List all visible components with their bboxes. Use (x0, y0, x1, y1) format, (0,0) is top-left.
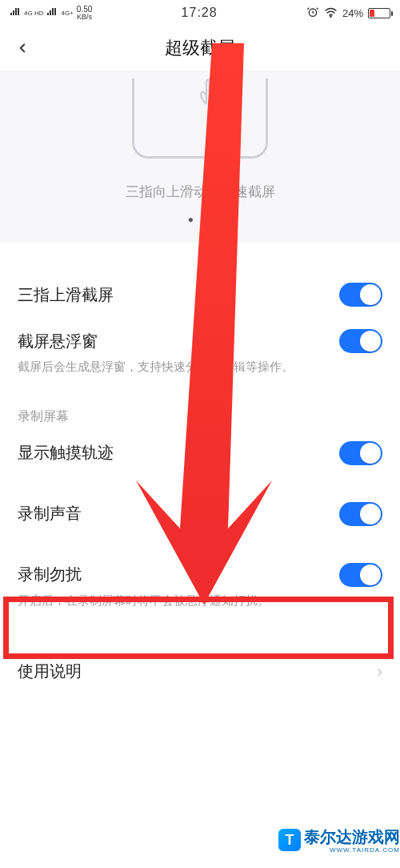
setting-usage-instructions[interactable]: 使用说明 › (0, 649, 400, 693)
setting-label: 三指上滑截屏 (18, 284, 114, 306)
network-label-1: 4G HD (24, 10, 43, 17)
chevron-left-icon (15, 41, 30, 55)
battery-percent: 24% (342, 7, 363, 19)
watermark-text: 泰尔达游戏网 (304, 826, 400, 848)
toggle-do-not-disturb[interactable] (339, 563, 382, 587)
status-bar: 4G HD 4G+ 0.50 KB/s 17:28 24% (0, 0, 400, 26)
setting-three-finger-swipe[interactable]: 三指上滑截屏 (0, 271, 400, 318)
fingers-illustration (195, 72, 235, 111)
setting-description: 截屏后会生成悬浮窗，支持快速分享、编辑等操作。 (18, 358, 382, 376)
page-title: 超级截屏 (165, 36, 235, 60)
setting-record-audio[interactable]: 录制声音 (0, 491, 400, 537)
setting-label: 录制勿扰 (18, 564, 82, 585)
toggle-three-finger-swipe[interactable] (339, 283, 382, 307)
network-label-2: 4G+ (61, 10, 73, 17)
setting-floating-window[interactable]: 截屏悬浮窗 截屏后会生成悬浮窗，支持快速分享、编辑等操作。 (0, 318, 400, 388)
back-button[interactable] (11, 37, 34, 59)
setting-do-not-disturb[interactable]: 录制勿扰 开启后，在录制屏幕时将不会被悬浮通知打扰。 (0, 552, 400, 621)
phone-outline-illustration (132, 78, 268, 159)
wifi-icon (324, 6, 338, 20)
setting-show-touches[interactable]: 显示触摸轨迹 (0, 430, 400, 476)
alarm-icon (306, 6, 319, 21)
battery-icon (368, 8, 390, 18)
svg-point-1 (330, 15, 331, 16)
setting-label: 录制声音 (18, 503, 82, 524)
page-indicator[interactable]: ●● (0, 214, 400, 225)
signal-bars-icon-2 (46, 7, 58, 19)
gesture-demo: 三指向上滑动可快速截屏 ●● (0, 70, 400, 243)
demo-caption: 三指向上滑动可快速截屏 (0, 183, 400, 201)
watermark: T 泰尔达游戏网 WWW.TAIRDA.COM (278, 826, 400, 854)
setting-label: 截屏悬浮窗 (18, 331, 98, 352)
signal-bars-icon-1 (10, 7, 21, 19)
setting-label: 显示触摸轨迹 (18, 442, 114, 464)
setting-description: 开启后，在录制屏幕时将不会被悬浮通知打扰。 (18, 592, 382, 610)
toggle-record-audio[interactable] (339, 502, 382, 526)
chevron-right-icon: › (377, 661, 382, 682)
clock-time: 17:28 (182, 6, 218, 20)
setting-label: 使用说明 (18, 661, 82, 682)
watermark-badge: T (278, 829, 301, 851)
settings-list: 三指上滑截屏 截屏悬浮窗 截屏后会生成悬浮窗，支持快速分享、编辑等操作。 录制屏… (0, 243, 400, 693)
toggle-show-touches[interactable] (339, 441, 382, 465)
section-header-record: 录制屏幕 (0, 388, 400, 430)
toggle-floating-window[interactable] (339, 329, 382, 353)
net-speed-indicator: 0.50 KB/s (77, 6, 92, 21)
nav-header: 超级截屏 (0, 26, 400, 70)
